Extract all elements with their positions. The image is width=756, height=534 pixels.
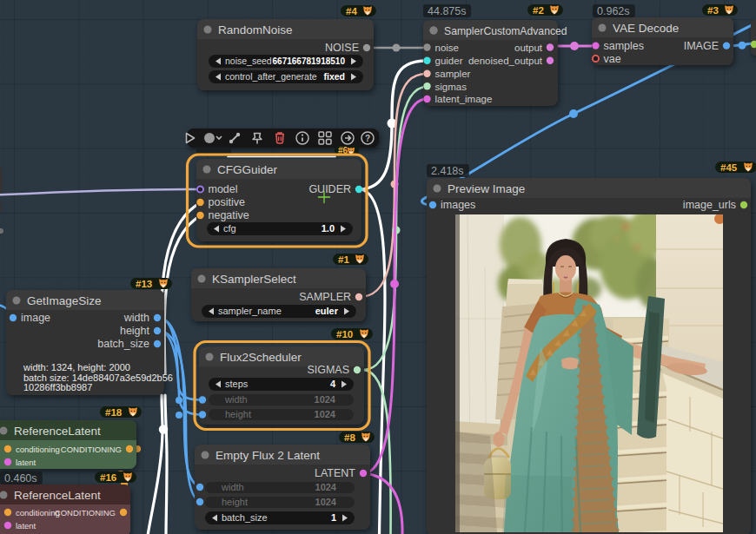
- svg-text:1024: 1024: [315, 409, 336, 419]
- svg-text:ReferenceLatent: ReferenceLatent: [14, 489, 101, 502]
- svg-text:44.875s: 44.875s: [428, 5, 466, 17]
- svg-text:cfg: cfg: [223, 223, 236, 234]
- svg-text:euler: euler: [315, 306, 339, 316]
- svg-text:width: width: [123, 312, 149, 324]
- svg-text:width: 1324, height: 2000: width: 1324, height: 2000: [23, 362, 130, 372]
- svg-text:#4: #4: [346, 6, 357, 16]
- svg-text:image_urls: image_urls: [683, 199, 736, 211]
- svg-text:samples: samples: [604, 40, 645, 52]
- svg-text:NOISE: NOISE: [325, 42, 359, 54]
- svg-text:positive: positive: [209, 196, 245, 208]
- svg-text:CONDITIONING: CONDITIONING: [55, 508, 116, 518]
- svg-text:Flux2Scheduler: Flux2Scheduler: [220, 351, 302, 364]
- svg-text:steps: steps: [225, 379, 249, 389]
- svg-text:GetImageSize: GetImageSize: [27, 294, 102, 307]
- svg-text:control_after_generate: control_after_generate: [225, 71, 317, 82]
- svg-text:?: ?: [365, 134, 370, 143]
- svg-text:Empty Flux 2 Latent: Empty Flux 2 Latent: [216, 449, 320, 462]
- svg-text:batch_size: batch_size: [222, 512, 268, 523]
- svg-text:#3: #3: [707, 5, 719, 16]
- svg-text:CONDITIONING: CONDITIONING: [61, 445, 122, 454]
- svg-text:SamplerCustomAdvanced: SamplerCustomAdvanced: [444, 25, 567, 37]
- svg-text:negative: negative: [209, 209, 249, 221]
- svg-text:Preview Image: Preview Image: [448, 182, 525, 195]
- svg-text:noise_seed: noise_seed: [225, 56, 272, 66]
- svg-text:RandomNoise: RandomNoise: [218, 23, 293, 36]
- svg-text:0.962s: 0.962s: [597, 5, 630, 17]
- svg-text:667166781918510: 667166781918510: [273, 56, 346, 66]
- svg-text:#1: #1: [338, 254, 349, 265]
- svg-text:10286ff3bb8987: 10286ff3bb8987: [23, 382, 92, 392]
- svg-text:width: width: [221, 482, 244, 492]
- svg-text:CFGGuider: CFGGuider: [217, 163, 278, 176]
- svg-text:#13: #13: [136, 279, 152, 289]
- svg-text:latent: latent: [16, 521, 36, 531]
- svg-text:2.418s: 2.418s: [431, 165, 464, 177]
- svg-text:#2: #2: [533, 5, 544, 16]
- svg-text:conditioning: conditioning: [16, 445, 60, 454]
- svg-text:#18: #18: [105, 407, 123, 418]
- svg-text:images: images: [441, 199, 475, 211]
- svg-text:denoised_output: denoised_output: [468, 56, 543, 66]
- svg-text:1024: 1024: [315, 394, 336, 405]
- svg-text:1024: 1024: [315, 497, 337, 507]
- svg-text:1024: 1024: [315, 482, 337, 492]
- svg-text:image: image: [21, 312, 50, 324]
- svg-text:noise: noise: [435, 43, 460, 53]
- svg-text:sampler: sampler: [435, 69, 471, 79]
- svg-text:#45: #45: [720, 162, 738, 173]
- svg-text:SIGMAS: SIGMAS: [307, 364, 349, 376]
- svg-text:ReferenceLatent: ReferenceLatent: [14, 425, 101, 438]
- svg-text:guider: guider: [435, 56, 463, 66]
- svg-text:1: 1: [331, 512, 336, 523]
- svg-text:sigmas: sigmas: [435, 82, 468, 92]
- svg-text:#8: #8: [344, 432, 355, 443]
- svg-text:height: height: [120, 325, 150, 337]
- svg-text:VAE Decode: VAE Decode: [613, 22, 679, 35]
- svg-text:batch size: 14de88407a3e59d2b5: batch size: 14de88407a3e59d2b56: [23, 372, 173, 383]
- svg-text:GUIDER: GUIDER: [308, 183, 351, 195]
- svg-text:0.460s: 0.460s: [4, 472, 37, 485]
- svg-text:#16: #16: [100, 472, 116, 483]
- svg-text:#10: #10: [336, 329, 353, 340]
- svg-text:1.0: 1.0: [322, 223, 335, 234]
- svg-text:LATENT: LATENT: [315, 467, 355, 479]
- svg-text:width: width: [224, 394, 248, 405]
- svg-text:vae: vae: [604, 53, 621, 65]
- svg-text:latent_image: latent_image: [435, 94, 493, 104]
- svg-text:IMAGE: IMAGE: [684, 40, 719, 52]
- svg-text:model: model: [209, 183, 238, 195]
- svg-text:sampler_name: sampler_name: [218, 306, 282, 316]
- svg-text:4: 4: [330, 379, 336, 389]
- svg-text:conditioning: conditioning: [16, 508, 60, 518]
- svg-text:height: height: [225, 409, 251, 419]
- svg-text:KSamplerSelect: KSamplerSelect: [212, 273, 296, 286]
- svg-text:SAMPLER: SAMPLER: [299, 291, 351, 303]
- svg-text:fixed: fixed: [323, 71, 345, 82]
- svg-text:latent: latent: [16, 458, 36, 467]
- svg-text:output: output: [514, 43, 543, 53]
- svg-text:batch_size: batch_size: [97, 338, 149, 350]
- svg-text:height: height: [222, 497, 248, 507]
